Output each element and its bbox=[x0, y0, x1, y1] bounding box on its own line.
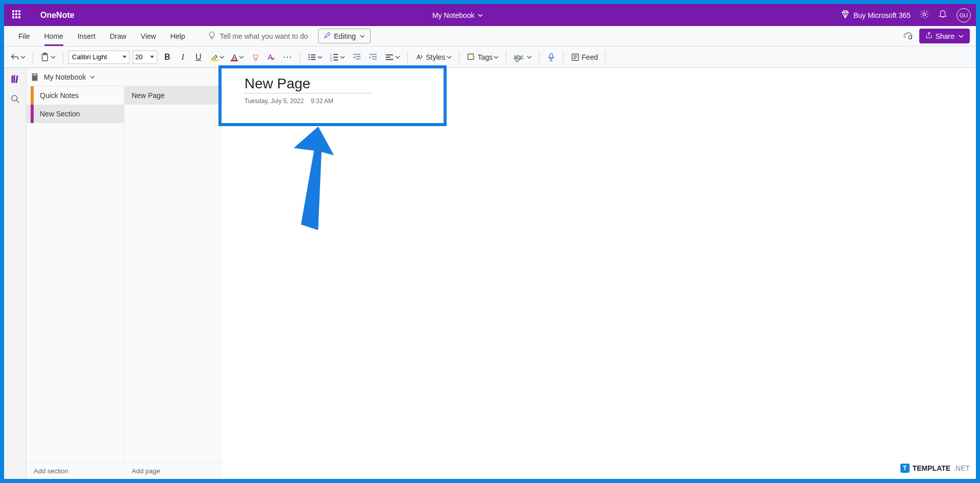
settings-icon[interactable] bbox=[920, 10, 929, 21]
more-formatting-button[interactable]: ··· bbox=[281, 50, 294, 65]
svg-point-4 bbox=[308, 54, 310, 56]
chevron-down-icon bbox=[219, 53, 225, 62]
spellcheck-button[interactable]: abc bbox=[511, 50, 533, 65]
separator bbox=[407, 51, 408, 63]
tab-insert[interactable]: Insert bbox=[70, 26, 103, 46]
chevron-down-icon bbox=[395, 53, 400, 62]
watermark-suffix: .NET bbox=[953, 464, 970, 472]
add-page-button[interactable]: Add page bbox=[125, 463, 223, 479]
format-painter-button[interactable]: A bbox=[265, 50, 278, 65]
styles-button[interactable]: Styles bbox=[413, 50, 454, 65]
separator bbox=[563, 51, 564, 63]
underline-button[interactable]: U bbox=[191, 50, 206, 65]
sync-status-icon[interactable] bbox=[903, 30, 913, 42]
tab-file[interactable]: File bbox=[11, 26, 37, 46]
section-color-tab bbox=[31, 105, 34, 123]
watermark-badge-icon: T bbox=[900, 464, 910, 473]
svg-rect-16 bbox=[353, 54, 360, 55]
separator bbox=[506, 51, 506, 63]
svg-rect-24 bbox=[385, 59, 393, 60]
numbering-button[interactable]: 123 bbox=[328, 50, 347, 65]
main-area: My Notebook Quick Notes New Section New … bbox=[4, 68, 976, 479]
separator bbox=[539, 51, 540, 63]
tell-me-search[interactable]: Tell me what you want to do bbox=[208, 31, 308, 41]
annotation-highlight-box: Tuesday, July 5, 2022 9:32 AM bbox=[218, 65, 447, 126]
watermark: T TEMPLATE.NET bbox=[900, 464, 970, 473]
undo-button[interactable] bbox=[8, 50, 28, 65]
notebooks-icon[interactable] bbox=[10, 74, 20, 86]
bold-button[interactable]: B bbox=[160, 50, 175, 65]
section-item-quick-notes[interactable]: Quick Notes bbox=[27, 86, 124, 105]
page-title-input[interactable] bbox=[244, 76, 372, 93]
svg-rect-25 bbox=[468, 54, 473, 59]
chevron-down-icon bbox=[959, 32, 964, 40]
pen-icon bbox=[324, 32, 331, 40]
section-item-new-section[interactable]: New Section bbox=[27, 105, 124, 123]
notebook-name: My Notebook bbox=[44, 73, 86, 81]
svg-rect-7 bbox=[311, 57, 315, 58]
chevron-down-icon bbox=[239, 53, 244, 62]
section-color-tab bbox=[31, 86, 34, 105]
tab-view[interactable]: View bbox=[134, 26, 163, 46]
page-timestamp: Tuesday, July 5, 2022 9:32 AM bbox=[244, 98, 372, 105]
highlight-button[interactable] bbox=[208, 50, 227, 65]
svg-rect-21 bbox=[372, 58, 377, 59]
svg-rect-30 bbox=[33, 74, 37, 75]
svg-rect-15 bbox=[333, 59, 338, 60]
editing-mode-button[interactable]: Editing bbox=[318, 29, 371, 43]
dictate-button[interactable] bbox=[545, 50, 558, 65]
styles-label: Styles bbox=[426, 53, 446, 61]
tab-draw[interactable]: Draw bbox=[103, 26, 134, 46]
add-section-button[interactable]: Add section bbox=[27, 463, 125, 479]
svg-rect-17 bbox=[356, 56, 360, 57]
svg-point-6 bbox=[308, 56, 310, 58]
font-size-select[interactable] bbox=[133, 51, 157, 64]
sections-list: Quick Notes New Section bbox=[27, 86, 125, 463]
svg-rect-9 bbox=[311, 59, 315, 60]
svg-rect-26 bbox=[550, 53, 552, 58]
page-item-new-page[interactable]: New Page bbox=[125, 86, 223, 105]
section-label: New Section bbox=[40, 110, 80, 118]
outdent-button[interactable] bbox=[350, 50, 363, 65]
page-time: 9:32 AM bbox=[311, 98, 333, 105]
chevron-down-icon bbox=[340, 53, 345, 62]
buy-microsoft-365-button[interactable]: Buy Microsoft 365 bbox=[841, 10, 911, 20]
bullets-button[interactable] bbox=[305, 50, 325, 65]
share-button[interactable]: Share bbox=[919, 29, 970, 43]
watermark-name: TEMPLATE bbox=[913, 464, 950, 472]
app-launcher-icon[interactable] bbox=[12, 10, 22, 20]
search-icon[interactable] bbox=[11, 94, 20, 106]
diamond-icon bbox=[841, 10, 850, 20]
font-color-button[interactable]: A bbox=[230, 50, 246, 65]
chevron-down-icon bbox=[317, 53, 323, 62]
notebook-selector[interactable]: My Notebook bbox=[27, 68, 223, 86]
ribbon-tabs: File Home Insert Draw View Help Tell me … bbox=[4, 26, 976, 46]
align-button[interactable] bbox=[383, 50, 402, 65]
notebook-title-dropdown[interactable]: My Notebook bbox=[75, 11, 841, 19]
paste-button[interactable] bbox=[38, 50, 58, 65]
feed-button[interactable]: Feed bbox=[569, 50, 600, 65]
tab-home[interactable]: Home bbox=[37, 26, 70, 46]
tab-help[interactable]: Help bbox=[163, 26, 192, 46]
app-name: OneNote bbox=[40, 11, 75, 20]
svg-point-8 bbox=[308, 59, 310, 60]
notifications-icon[interactable] bbox=[938, 10, 947, 21]
user-avatar[interactable]: GU bbox=[957, 8, 971, 22]
add-footer: Add section Add page bbox=[27, 463, 223, 479]
chevron-down-icon bbox=[20, 53, 26, 62]
page-canvas[interactable]: Tuesday, July 5, 2022 9:32 AM T TEMPLATE… bbox=[223, 68, 976, 479]
tags-button[interactable]: Tags bbox=[464, 50, 501, 65]
indent-button[interactable] bbox=[366, 50, 380, 65]
italic-button[interactable]: I bbox=[178, 50, 188, 65]
page-label: New Page bbox=[132, 91, 165, 100]
clear-formatting-button[interactable] bbox=[249, 50, 262, 65]
separator bbox=[605, 51, 605, 63]
svg-text:3: 3 bbox=[330, 59, 331, 62]
font-family-select[interactable] bbox=[68, 51, 130, 64]
lightbulb-icon bbox=[208, 31, 216, 41]
chevron-down-icon bbox=[494, 53, 499, 62]
tags-label: Tags bbox=[478, 53, 493, 61]
share-label: Share bbox=[936, 32, 954, 40]
formatting-toolbar: B I U A A ··· 123 Styles Tags abc Feed bbox=[4, 46, 976, 68]
pages-list: New Page bbox=[125, 86, 223, 463]
